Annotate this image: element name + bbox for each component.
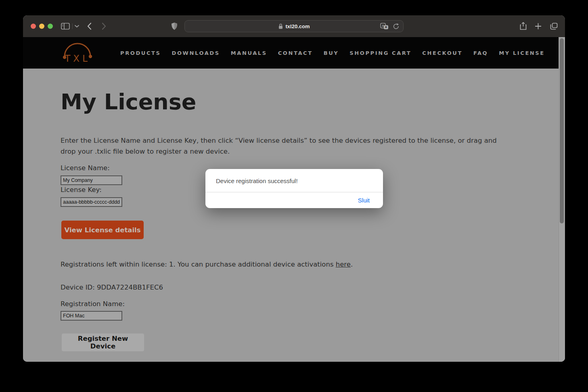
view-license-details-button[interactable]: View License details [61,221,144,239]
nav-item-faq[interactable]: FAQ [473,50,488,56]
nav-item-my-license[interactable]: MY LICENSE [499,50,545,56]
reload-icon[interactable] [393,23,399,30]
license-key-input[interactable] [61,197,122,207]
nav-item-checkout[interactable]: CHECKOUT [422,50,462,56]
back-icon[interactable] [87,23,92,30]
registrations-left-text: Registrations left within license: 1. Yo… [61,261,353,268]
license-name-input[interactable] [61,175,122,185]
site-navbar: TXL PRODUCTS DOWNLOADS MANUALS CONTACT B… [23,37,565,69]
registration-name-input[interactable] [61,311,122,321]
nav-item-downloads[interactable]: DOWNLOADS [172,50,220,56]
browser-window: txl20.com A✳ TX [23,15,565,362]
dialog-footer: Sluit [205,192,383,208]
tab-overview-icon[interactable] [550,23,558,30]
nav-menu: PRODUCTS DOWNLOADS MANUALS CONTACT BUY S… [120,50,545,56]
nav-item-buy[interactable]: BUY [324,50,339,56]
new-tab-icon[interactable] [535,23,542,30]
scrollbar-track[interactable] [559,37,565,362]
sidebar-icon[interactable] [61,23,70,30]
page-content: My License Enter the License Name and Li… [23,69,565,362]
translate-icon[interactable]: A✳ [380,23,389,30]
browser-toolbar: txl20.com A✳ [23,15,565,37]
chevron-down-icon[interactable] [75,25,79,28]
device-id-text: Device ID: 9DDA7224BB1FEC6 [61,284,163,291]
svg-text:✳: ✳ [385,25,387,29]
forward-icon[interactable] [102,23,106,30]
nav-item-products[interactable]: PRODUCTS [120,50,161,56]
purchase-here-link[interactable]: here [336,261,351,268]
register-new-device-button[interactable]: Register New Device [62,334,144,351]
scrollbar-thumb[interactable] [560,38,564,223]
nav-item-manuals[interactable]: MANUALS [231,50,267,56]
traffic-lights [31,24,53,29]
registration-name-label: Registration Name: [61,300,125,308]
registrations-text: Registrations left within license: 1. Yo… [61,261,336,268]
license-key-label: License Key: [61,186,102,194]
sluit-button[interactable]: Sluit [356,196,372,204]
share-icon[interactable] [520,22,527,31]
registrations-period: . [351,261,353,268]
address-bar[interactable]: txl20.com A✳ [184,20,404,32]
registration-success-dialog: Device registration successful! Sluit [205,169,383,208]
dialog-message: Device registration successful! [205,169,383,192]
zoom-window-button[interactable] [48,24,53,29]
toolbar-divider [72,23,73,29]
nav-item-shopping-cart[interactable]: SHOPPING CART [349,50,411,56]
shield-icon[interactable] [171,22,178,30]
close-window-button[interactable] [31,24,36,29]
svg-text:TXL: TXL [64,53,90,63]
nav-item-contact[interactable]: CONTACT [278,50,313,56]
lock-icon [278,23,283,29]
page-title: My License [61,91,197,113]
txl-logo[interactable]: TXL [61,42,95,63]
minimize-window-button[interactable] [39,24,44,29]
url-text: txl20.com [286,23,310,29]
intro-text: Enter the License Name and License Key, … [61,135,511,157]
license-name-label: License Name: [61,164,110,172]
